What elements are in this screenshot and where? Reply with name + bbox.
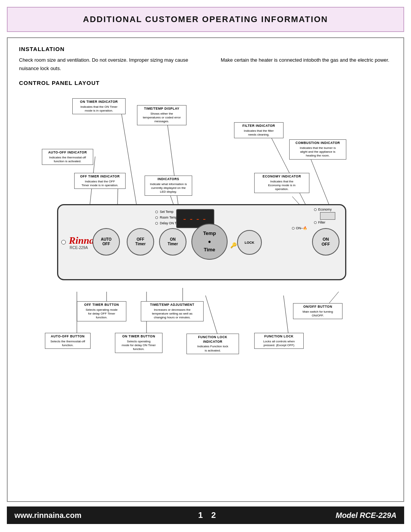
filter-dot [314, 221, 317, 224]
footer-website: www.rinnaina.com [14, 511, 81, 520]
combustion-indicator-label: COMBUSTION INDICATOR Indicates that the … [289, 139, 346, 160]
footer-model: Model RCE-229A [336, 511, 397, 520]
economy-display-box [320, 212, 335, 220]
lock-button[interactable]: LOCK [237, 230, 262, 255]
time-temp-display-label: TIME/TEMP DISPLAY Shows either thetemper… [137, 105, 186, 125]
on-indicator-dot [292, 227, 295, 230]
economy-indicator-label: ECONOMY INDICATOR Indicates that theEcon… [254, 173, 309, 193]
header-box: ADDITIONAL CUSTOMER OPERATING INFORMATIO… [7, 7, 404, 32]
auto-off-button-label: AUTO-OFF BUTTON Selects the thermostat-o… [45, 333, 91, 349]
svg-line-1 [167, 124, 179, 210]
footer-page: 1 2 [198, 510, 219, 520]
indicators-label: INDICATORS Indicate what information isc… [145, 176, 192, 196]
footer: www.rinnaina.com 1 2 Model RCE-229A [7, 506, 404, 524]
control-panel-title: CONTROL PANEL LAYOUT [19, 80, 392, 86]
off-timer-button[interactable]: OFF Timer [127, 228, 154, 256]
on-off-button[interactable]: ON OFF [312, 228, 339, 256]
page-title: ADDITIONAL CUSTOMER OPERATING INFORMATIO… [11, 14, 400, 24]
key-icon: 🔑 [230, 242, 237, 248]
install-text-left: Check room size and ventilation. Do not … [19, 56, 190, 73]
on-timer-button[interactable]: ON Timer [159, 228, 186, 256]
installation-text-row: Check room size and ventilation. Do not … [19, 56, 392, 73]
on-flame-indicator: ON–🔥 [292, 226, 307, 230]
filter-indicator-label: FILTER INDICATOR Indicates that the filt… [234, 122, 284, 138]
function-lock-label: FUNCTION LOCK Locks all controls whenpre… [254, 333, 304, 349]
economy-dot [314, 208, 317, 211]
install-text-right: Make certain the heater is connected int… [221, 56, 392, 73]
left-circle-indicator [61, 240, 66, 244]
function-lock-indicator-label: FUNCTION LOCK INDICATOR Indicates Functi… [186, 334, 239, 354]
svg-line-3 [308, 153, 331, 210]
control-panel-graphic: Rinnai RCE-229A Set Temp Room Temp Delay… [57, 204, 346, 280]
auto-off-indicator-label: AUTO-OFF INDICATOR Indicates the thermos… [42, 149, 93, 165]
economy-dot-row: Economy [314, 208, 335, 211]
filter-dot-row: Filter [314, 220, 335, 224]
svg-line-0 [121, 111, 137, 208]
on-timer-indicator-label: ON TIMER INDICATOR Indicates that the ON… [72, 98, 126, 114]
delay-on-timer-dot [155, 222, 158, 225]
set-temp-dot [155, 211, 158, 213]
installation-title: INSTALLATION [19, 46, 392, 52]
on-timer-button-label: ON TIMER BUTTON Selects operatingmode fo… [115, 333, 162, 353]
time-temp-adjustment-label: TIME/TEMP ADJUSTMENT Increases or decrea… [141, 301, 204, 321]
auto-off-button[interactable]: AUTO OFF [92, 228, 120, 256]
panel-right-indicators: Economy Filter [314, 208, 335, 224]
temp-time-button[interactable]: Temp • Time [191, 224, 228, 260]
main-content-box: INSTALLATION Check room size and ventila… [7, 37, 404, 502]
off-timer-button-label: OFF TIMER BUTTON Selects operating modef… [77, 301, 126, 321]
diagram-area: ON TIMER INDICATOR Indicates that the ON… [19, 90, 392, 387]
on-off-button-label: ON/OFF BUTTON Main switch for turningON/… [293, 303, 342, 319]
off-timer-indicator-label: OFF TIMER INDICATOR Indicates that the O… [74, 173, 126, 189]
room-temp-dot [155, 216, 158, 219]
